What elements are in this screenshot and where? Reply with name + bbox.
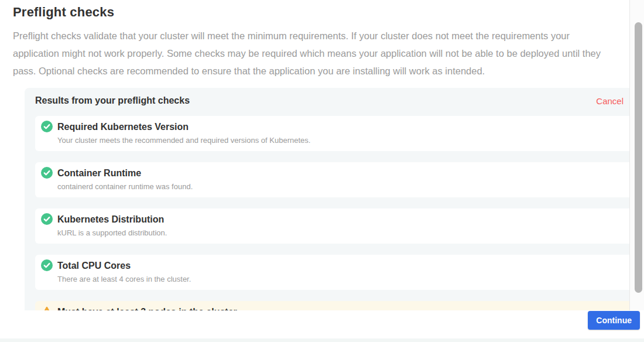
page-description: Preflight checks validate that your clus… <box>13 27 617 80</box>
check-circle-icon <box>41 259 53 271</box>
vertical-scrollbar-thumb[interactable] <box>635 22 642 293</box>
check-circle-icon <box>41 167 53 179</box>
check-row: Must have at least 3 nodes in the cluste… <box>35 301 629 310</box>
check-title: Required Kubernetes Version <box>57 122 627 132</box>
vertical-scrollbar-track[interactable] <box>629 0 644 310</box>
check-circle-icon <box>41 213 53 225</box>
results-card-header: Results from your preflight checks Cance… <box>35 95 629 106</box>
preflight-results-card: Results from your preflight checks Cance… <box>25 88 629 310</box>
continue-button[interactable]: Continue <box>588 311 640 330</box>
page-title: Preflight checks <box>13 5 629 20</box>
check-row: Required Kubernetes Version Your cluster… <box>35 116 629 151</box>
warning-triangle-icon <box>41 306 53 310</box>
footer-bar: Continue <box>0 310 644 342</box>
check-message: kURL is a supported distribution. <box>57 228 627 237</box>
cancel-link[interactable]: Cancel <box>596 96 624 106</box>
check-row: Container Runtime containerd container r… <box>35 162 629 197</box>
results-card-title: Results from your preflight checks <box>35 95 190 106</box>
check-list: Required Kubernetes Version Your cluster… <box>35 116 629 310</box>
check-message: containerd container runtime was found. <box>57 182 627 191</box>
bottom-edge-strip <box>0 338 644 342</box>
check-title: Container Runtime <box>57 168 627 179</box>
check-message: Your cluster meets the recommended and r… <box>57 136 627 145</box>
check-title: Kubernetes Distribution <box>57 214 627 225</box>
check-row: Kubernetes Distribution kURL is a suppor… <box>35 208 629 244</box>
preflight-content-pane: Preflight checks Preflight checks valida… <box>0 0 629 310</box>
check-title: Total CPU Cores <box>57 261 627 271</box>
check-message: There are at least 4 cores in the cluste… <box>57 275 627 283</box>
check-row: Total CPU Cores There are at least 4 cor… <box>35 255 629 290</box>
check-circle-icon <box>41 121 53 132</box>
